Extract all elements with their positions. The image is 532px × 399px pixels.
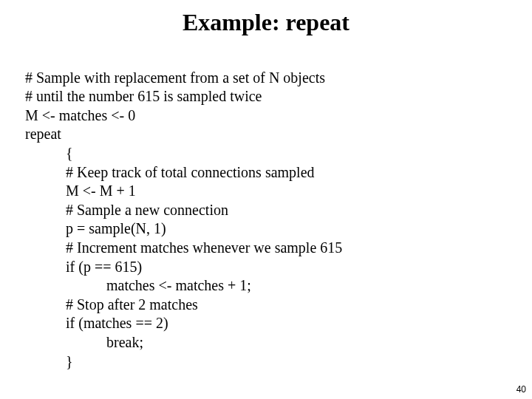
code-line: # Stop after 2 matches (25, 296, 198, 313)
code-line: if (matches == 2) (25, 315, 168, 331)
code-line: if (p == 615) (25, 259, 142, 275)
code-line: # until the number 615 is sampled twice (25, 88, 262, 104)
code-line: # Keep track of total connections sample… (25, 164, 315, 180)
code-line: repeat (25, 126, 61, 142)
code-line: } (25, 353, 73, 369)
code-line: matches <- matches + 1; (25, 277, 251, 293)
code-line: M <- matches <- 0 (25, 107, 135, 123)
page-number: 40 (516, 384, 526, 395)
code-line: # Sample a new connection (25, 202, 228, 218)
code-line: break; (25, 334, 143, 350)
slide: Example: repeat # Sample with replacemen… (0, 0, 532, 399)
code-line: { (25, 145, 73, 161)
slide-title: Example: repeat (0, 0, 532, 50)
code-line: # Sample with replacement from a set of … (25, 69, 325, 86)
code-line: p = sample(N, 1) (25, 220, 166, 236)
code-block: # Sample with replacement from a set of … (0, 50, 532, 371)
code-line: M <- M + 1 (25, 183, 136, 199)
code-line: # Increment matches whenever we sample 6… (25, 239, 342, 256)
